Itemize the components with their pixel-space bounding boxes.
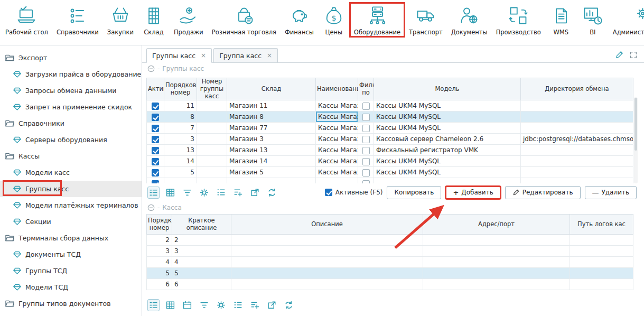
cell-desc[interactable] — [231, 246, 423, 257]
nav-item-12[interactable]: WMS — [545, 3, 577, 37]
grid-view-icon[interactable] — [164, 187, 176, 199]
calendar-icon[interactable] — [181, 299, 193, 311]
sidebar-item-8[interactable]: Группы касс — [0, 181, 142, 197]
nav-item-11[interactable]: Производство — [492, 3, 545, 37]
cell-model[interactable]: Кассы UKM4 MySQL — [374, 167, 521, 178]
table-row[interactable]: 5Магазин 5Кассы Магазин 5Кассы UKM4 MySQ… — [147, 167, 633, 178]
filter-checkbox[interactable] — [362, 125, 370, 132]
cell-warehouse[interactable] — [227, 178, 316, 183]
cell-model[interactable]: Фискальный регистратор VMK — [374, 145, 521, 156]
cell-order[interactable]: 3 — [147, 246, 172, 257]
sidebar-item-14[interactable]: Модели ТСД — [0, 279, 142, 295]
tab-0[interactable]: Группы касс× — [146, 48, 212, 63]
cell-exchange-dir[interactable] — [521, 111, 633, 123]
cell-order[interactable]: 13 — [164, 145, 197, 156]
nav-item-5[interactable]: Розничная торговля — [208, 3, 281, 37]
column-header[interactable]: Краткое описание — [172, 215, 231, 235]
filter-checkbox[interactable] — [362, 158, 370, 165]
cell-name[interactable]: Кассы Магазин 5 — [316, 167, 358, 178]
numbered-list-icon[interactable] — [215, 187, 227, 199]
filter-checkbox[interactable] — [362, 136, 370, 143]
cell-short-desc[interactable]: 5 — [172, 268, 231, 279]
table-row[interactable]: 7Магазин 77Кассы Магазин 77Кассы UKM4 My… — [147, 123, 633, 134]
table-row[interactable] — [147, 178, 633, 183]
cell-short-desc[interactable]: 2 — [172, 235, 231, 246]
sidebar-item-4[interactable]: Справочники — [0, 115, 142, 132]
column-header[interactable]: Путь логов кас — [570, 215, 633, 235]
cell-short-desc[interactable]: 4 — [172, 257, 231, 268]
list-view-icon[interactable] — [147, 187, 160, 199]
cell-order[interactable]: 8 — [164, 111, 197, 123]
playlist-add-icon[interactable] — [232, 187, 244, 199]
sidebar-item-1[interactable]: Загрузки прайса в оборудование — [0, 66, 142, 82]
sidebar-item-2[interactable]: Запросы обмена данными — [0, 82, 142, 99]
sidebar-item-3[interactable]: Запрет на применение скидок — [0, 99, 142, 115]
sidebar-item-12[interactable]: Документы ТСД — [0, 246, 142, 263]
cell-filter[interactable] — [358, 156, 374, 167]
cell-model[interactable]: Кассы UKM4 MySQL — [374, 100, 521, 111]
column-header[interactable]: Номер группы касс — [197, 78, 227, 100]
cell-warehouse[interactable]: Магазин 77 — [227, 123, 316, 134]
sidebar-item-6[interactable]: Кассы — [0, 148, 142, 164]
external-link-icon[interactable] — [266, 299, 278, 311]
cell-group-no[interactable] — [197, 178, 227, 183]
nav-item-9[interactable]: Транспорт — [405, 3, 447, 37]
nav-item-6[interactable]: Финансы — [281, 3, 318, 37]
table-row[interactable]: 14Магазин 14Кассы Магазин 14Кассы UKM4 M… — [147, 156, 633, 167]
nav-item-13[interactable]: BI — [577, 3, 609, 37]
column-header[interactable]: Порядковый номер — [164, 78, 197, 100]
close-icon[interactable]: × — [201, 52, 206, 59]
filter-icon[interactable] — [198, 299, 210, 311]
edit-pencil-icon[interactable] — [615, 50, 624, 59]
sidebar-item-16[interactable]: Виды справочников ТСД — [0, 312, 142, 316]
cell-order[interactable]: 14 — [164, 156, 197, 167]
sidebar-item-5[interactable]: Серверы оборудования — [0, 132, 142, 148]
cell-log-path[interactable] — [570, 246, 633, 257]
cell-desc[interactable] — [231, 279, 423, 290]
cell-name[interactable]: Кассы Магазин 13 — [316, 145, 358, 156]
close-icon[interactable]: × — [267, 52, 272, 59]
nav-item-8[interactable]: Оборудование — [350, 3, 405, 37]
cell-name[interactable] — [316, 178, 358, 183]
external-link-icon[interactable] — [249, 187, 261, 199]
cell-warehouse[interactable]: Магазин 11 — [227, 100, 316, 111]
cell-exchange-dir[interactable] — [521, 167, 633, 178]
table-row[interactable]: 3Магазин 3Кассы Магазин 3Кассовый сервер… — [147, 134, 633, 145]
column-header[interactable]: Фильтр по — [358, 78, 374, 100]
cell-name[interactable]: Кассы Магазин 3 — [316, 134, 358, 145]
gear-icon[interactable] — [215, 299, 227, 311]
filter-checkbox[interactable] — [362, 114, 370, 121]
sidebar-item-0[interactable]: Экспорт — [0, 50, 142, 66]
cell-exchange-dir[interactable] — [521, 123, 633, 134]
table-row[interactable]: 33 — [147, 246, 633, 257]
column-header[interactable]: Модель — [374, 78, 521, 100]
column-header[interactable]: Склад — [227, 78, 316, 100]
active-filter-checkbox[interactable] — [325, 189, 332, 196]
upper-section-header[interactable]: - Группы касс — [146, 63, 638, 74]
cell-model[interactable]: Кассы UKM4 MySQL — [374, 123, 521, 134]
cell-order[interactable]: 5 — [147, 268, 172, 279]
table-row[interactable]: 44 — [147, 257, 633, 268]
cell-group-no[interactable] — [197, 156, 227, 167]
cell-name[interactable]: Кассы Магазин 14 — [316, 156, 358, 167]
cell-model[interactable]: Кассы UKM4 MySQL — [374, 156, 521, 167]
refresh-icon[interactable] — [266, 187, 278, 199]
cell-filter[interactable] — [358, 178, 374, 183]
filter-checkbox[interactable] — [362, 147, 370, 154]
nav-item-2[interactable]: Закупки — [103, 3, 138, 37]
expand-icon[interactable] — [629, 51, 638, 59]
numbered-list-icon[interactable] — [232, 299, 244, 311]
cell-warehouse[interactable]: Магазин 5 — [227, 167, 316, 178]
copy-button[interactable]: Копировать — [387, 186, 441, 199]
cell-order[interactable]: 7 — [164, 123, 197, 134]
table-row[interactable]: 55 — [147, 268, 633, 279]
lower-section-header[interactable]: - Касса — [146, 202, 638, 213]
sidebar-item-10[interactable]: Секции — [0, 213, 142, 230]
cell-group-no[interactable] — [197, 100, 227, 111]
cell-filter[interactable] — [358, 100, 374, 111]
column-header[interactable]: Порядковый номер — [147, 215, 172, 235]
active-checkbox[interactable] — [152, 180, 159, 183]
sidebar-item-15[interactable]: Группы типов документов — [0, 295, 142, 312]
cell-group-no[interactable] — [197, 145, 227, 156]
cell-log-path[interactable] — [570, 268, 633, 279]
